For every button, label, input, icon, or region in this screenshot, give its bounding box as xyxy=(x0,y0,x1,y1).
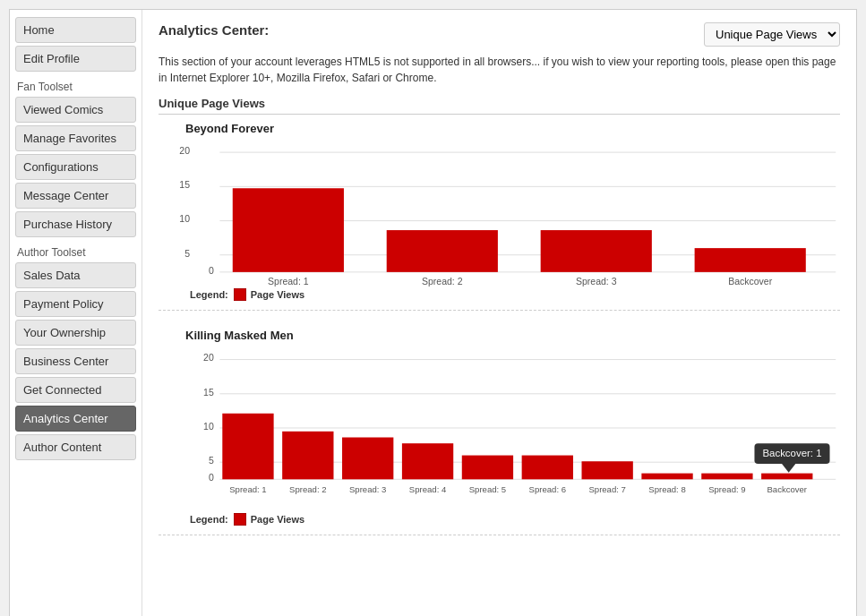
svg-text:Spread: 1: Spread: 1 xyxy=(229,484,266,494)
chart2-svg: 20 15 10 5 0 Spread: 1 xyxy=(190,347,840,509)
fan-toolset-label: Fan Toolset xyxy=(17,81,136,93)
chart1-bar-4 xyxy=(695,248,806,272)
chart1-legend: Legend: Page Views xyxy=(190,288,840,301)
main-content: Analytics Center: Unique Page Views This… xyxy=(142,10,856,616)
page-container: Home Edit Profile Fan Toolset Viewed Com… xyxy=(9,9,857,616)
sidebar-item-edit-profile[interactable]: Edit Profile xyxy=(15,46,136,72)
chart1-svg: 20 15 10 5 0 Spread: 1 xyxy=(190,141,840,284)
sidebar-item-sales-data[interactable]: Sales Data xyxy=(15,262,136,288)
svg-text:Spread: 2: Spread: 2 xyxy=(289,484,326,494)
svg-text:Spread: 7: Spread: 7 xyxy=(588,484,625,494)
svg-text:20: 20 xyxy=(203,352,214,363)
svg-text:20: 20 xyxy=(179,145,190,156)
svg-text:5: 5 xyxy=(184,248,190,259)
svg-text:15: 15 xyxy=(203,387,214,398)
svg-text:Backcover: Backcover xyxy=(767,484,807,494)
sidebar-item-analytics-center[interactable]: Analytics Center xyxy=(15,406,136,432)
svg-text:Spread: 8: Spread: 8 xyxy=(648,484,685,494)
chart2-bar-5 xyxy=(462,456,513,480)
sidebar-item-viewed-comics[interactable]: Viewed Comics xyxy=(15,97,136,123)
chart2-bar-10 xyxy=(761,474,812,480)
chart2-area: 20 15 10 5 0 Spread: 1 xyxy=(190,347,840,511)
info-text: This section of your account leverages H… xyxy=(159,54,840,86)
sidebar-item-purchase-history[interactable]: Purchase History xyxy=(15,211,136,237)
page-views-dropdown[interactable]: Unique Page Views xyxy=(704,22,840,47)
chart1-title: Beyond Forever xyxy=(185,122,840,135)
svg-text:10: 10 xyxy=(179,213,190,224)
chart2-bar-2 xyxy=(282,432,333,479)
legend-text-2: Page Views xyxy=(251,514,304,525)
section-heading: Unique Page Views xyxy=(159,97,840,115)
legend-color-box xyxy=(234,288,246,301)
sidebar-item-business-center[interactable]: Business Center xyxy=(15,348,136,374)
sidebar-item-home[interactable]: Home xyxy=(15,17,136,43)
analytics-center-title: Analytics Center: xyxy=(159,22,269,38)
chart2-legend: Legend: Page Views xyxy=(190,513,840,526)
chart2-bar-6 xyxy=(522,456,573,480)
sidebar-item-manage-favorites[interactable]: Manage Favorites xyxy=(15,125,136,151)
svg-text:15: 15 xyxy=(179,179,190,190)
svg-text:Backcover: Backcover xyxy=(728,276,773,287)
chart2-bar-7 xyxy=(582,461,633,479)
chart1-area: 20 15 10 5 0 Spread: 1 xyxy=(190,141,840,287)
sidebar-item-payment-policy[interactable]: Payment Policy xyxy=(15,291,136,317)
svg-text:0: 0 xyxy=(209,265,214,276)
legend-text: Page Views xyxy=(251,289,304,300)
svg-text:0: 0 xyxy=(209,472,214,483)
svg-text:Spread: 2: Spread: 2 xyxy=(422,276,463,287)
chart2-bar-4 xyxy=(402,443,453,479)
svg-text:5: 5 xyxy=(209,455,214,466)
chart2-title: Killing Masked Men xyxy=(185,329,840,342)
svg-text:Spread: 6: Spread: 6 xyxy=(529,484,566,494)
main-header: Analytics Center: Unique Page Views xyxy=(159,22,840,47)
chart2-bar-9 xyxy=(701,474,752,480)
author-toolset-label: Author Toolset xyxy=(17,246,136,259)
tooltip-pointer xyxy=(782,464,795,473)
legend-color-box-2 xyxy=(234,513,246,526)
sidebar-item-author-content[interactable]: Author Content xyxy=(15,434,136,460)
chart2-bar-3 xyxy=(342,438,393,480)
svg-text:Spread: 3: Spread: 3 xyxy=(349,484,386,494)
sidebar: Home Edit Profile Fan Toolset Viewed Com… xyxy=(10,10,142,616)
svg-text:Spread: 4: Spread: 4 xyxy=(409,484,447,494)
sidebar-item-message-center[interactable]: Message Center xyxy=(15,183,136,209)
svg-text:10: 10 xyxy=(203,421,214,432)
tooltip-text: Backcover: 1 xyxy=(762,448,821,458)
chart1-bar-1 xyxy=(233,188,344,272)
chart-killing-masked-men: Killing Masked Men 20 15 10 5 0 xyxy=(159,329,840,535)
chart2-bar-8 xyxy=(641,474,692,480)
sidebar-item-your-ownership[interactable]: Your Ownership xyxy=(15,320,136,346)
chart1-bar-2 xyxy=(387,230,498,272)
chart1-bar-3 xyxy=(541,230,652,272)
chart2-bar-1 xyxy=(222,414,273,480)
sidebar-item-get-connected[interactable]: Get Connected xyxy=(15,377,136,403)
sidebar-item-configurations[interactable]: Configurations xyxy=(15,154,136,180)
svg-text:Spread: 1: Spread: 1 xyxy=(268,276,309,287)
svg-text:Spread: 3: Spread: 3 xyxy=(576,276,617,287)
svg-text:Spread: 9: Spread: 9 xyxy=(708,484,745,494)
chart-beyond-forever: Beyond Forever 20 15 10 5 0 xyxy=(159,122,840,311)
svg-text:Spread: 5: Spread: 5 xyxy=(469,484,506,494)
